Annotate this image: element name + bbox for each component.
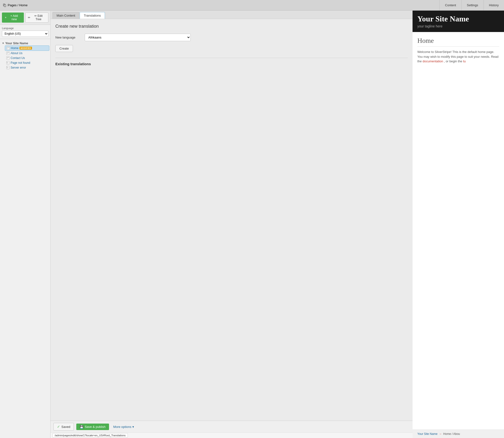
- sidebar-item-server-error[interactable]: Server error: [5, 65, 49, 70]
- tab-main-content[interactable]: Main Content: [53, 12, 79, 19]
- arrow-icon: →: [439, 432, 442, 436]
- sidebar-item-about-us-label: About Us: [11, 52, 22, 55]
- svg-rect-4: [4, 5, 6, 7]
- top-tabs: Content Settings History: [439, 0, 504, 10]
- footer-bar: ✓ Saved 💾 Save & publish More options ▾: [51, 421, 413, 432]
- preview-breadcrumb: Your Site Name → Home / Abou: [417, 432, 499, 436]
- divider: [55, 58, 408, 58]
- edit-tree-button[interactable]: ✏ ✏ Edit Tree: [25, 12, 48, 23]
- preview-breadcrumb-home: Home / Abou: [443, 432, 460, 436]
- preview-link-tutorial[interactable]: tu: [463, 59, 466, 63]
- preview-tagline: your tagline here: [417, 24, 499, 28]
- content-tabs: Main Content Translations: [51, 11, 413, 19]
- sidebar-toolbar: + + Add new ✏ ✏ Edit Tree: [0, 11, 50, 25]
- add-new-button[interactable]: + + Add new: [2, 12, 24, 23]
- pencil-icon: ✏: [28, 16, 30, 19]
- page-icon-404: [6, 61, 10, 65]
- more-options-button[interactable]: More options ▾: [111, 424, 136, 430]
- tree-arrow-icon: ▼: [2, 42, 4, 44]
- new-language-label: New language: [55, 36, 82, 39]
- url-bar: /admin/pages/edit/show/1?locale=en_US#Ro…: [51, 432, 413, 438]
- sidebar-item-contact-us[interactable]: Contact Us: [5, 55, 49, 60]
- preview-footer: Your Site Name → Home / Abou: [413, 430, 504, 438]
- tab-history[interactable]: History: [483, 0, 504, 10]
- preview-breadcrumb-site[interactable]: Your Site Name: [417, 432, 438, 436]
- content-main: Create new translation New language Afri…: [51, 19, 413, 421]
- sidebar-item-page-not-found-label: Page not found: [11, 61, 30, 65]
- breadcrumb-text: Pages / Home: [8, 3, 27, 7]
- sidebar-item-contact-us-label: Contact Us: [11, 56, 25, 60]
- check-icon: ✓: [57, 425, 60, 429]
- tab-content[interactable]: Content: [439, 0, 461, 10]
- tree-root-label: Your Site Name: [5, 41, 28, 45]
- page-icon-contact: [6, 56, 10, 60]
- new-language-row: New language Afrikaans Albanian Arabic F…: [55, 34, 408, 41]
- svg-rect-9: [7, 52, 9, 55]
- sidebar-item-page-not-found[interactable]: Page not found: [5, 60, 49, 65]
- sidebar-item-home[interactable]: Home MODIFIED: [5, 45, 49, 51]
- svg-rect-18: [7, 62, 8, 63]
- content-area: Main Content Translations Create new tra…: [51, 11, 413, 438]
- tab-settings[interactable]: Settings: [461, 0, 483, 10]
- svg-rect-13: [7, 56, 9, 59]
- svg-rect-5: [7, 47, 10, 50]
- preview-body-text: Welcome to SilverStripe! This is the def…: [417, 50, 499, 64]
- page-icon-error: [6, 66, 10, 69]
- sidebar-item-home-label: Home: [11, 46, 19, 50]
- language-section: Language English (US) Afrikaans French G…: [0, 25, 50, 39]
- url-text: /admin/pages/edit/show/1?locale=en_US#Ro…: [53, 433, 128, 438]
- preview-link-docs[interactable]: documentation: [423, 59, 443, 63]
- save-publish-button[interactable]: 💾 Save & publish: [76, 424, 109, 430]
- existing-translations-title: Existing translations: [55, 62, 408, 66]
- pages-icon: [3, 4, 6, 7]
- breadcrumb: Pages / Home: [0, 0, 439, 10]
- preview-panel: Your Site Name your tagline here Home We…: [413, 11, 504, 438]
- save-icon: 💾: [80, 425, 84, 429]
- preview-content: Home Welcome to SilverStripe! This is th…: [413, 32, 504, 430]
- tree-section: ▼ Your Site Name Home MODIFIED: [0, 39, 50, 438]
- main-layout: + + Add new ✏ ✏ Edit Tree Language Engli…: [0, 11, 504, 438]
- tree-root-item[interactable]: ▼ Your Site Name: [1, 41, 49, 45]
- tree-children: Home MODIFIED About Us: [5, 45, 49, 70]
- chevron-down-icon: ▾: [132, 425, 134, 429]
- tree-root: ▼ Your Site Name Home MODIFIED: [1, 41, 49, 70]
- page-icon: [7, 46, 10, 50]
- language-select[interactable]: English (US) Afrikaans French German Spa…: [2, 31, 48, 37]
- preview-header: Your Site Name your tagline here: [413, 11, 504, 32]
- modified-badge: MODIFIED: [20, 47, 32, 50]
- create-button[interactable]: Create: [55, 45, 73, 52]
- sidebar: + + Add new ✏ ✏ Edit Tree Language Engli…: [0, 11, 51, 438]
- saved-status: ✓ Saved: [54, 423, 74, 430]
- add-icon: +: [5, 16, 7, 19]
- tab-translations[interactable]: Translations: [80, 12, 105, 19]
- section-title: Create new translation: [55, 24, 408, 29]
- top-bar: Pages / Home Content Settings History: [0, 0, 504, 11]
- svg-rect-22: [7, 67, 8, 67]
- language-label: Language: [2, 27, 48, 30]
- page-icon-about: [6, 52, 10, 55]
- preview-page-title: Home: [417, 37, 499, 47]
- sidebar-item-about-us[interactable]: About Us: [5, 51, 49, 55]
- preview-site-name: Your Site Name: [417, 14, 499, 23]
- new-language-select[interactable]: Afrikaans Albanian Arabic French German …: [85, 34, 191, 41]
- sidebar-item-server-error-label: Server error: [11, 66, 26, 69]
